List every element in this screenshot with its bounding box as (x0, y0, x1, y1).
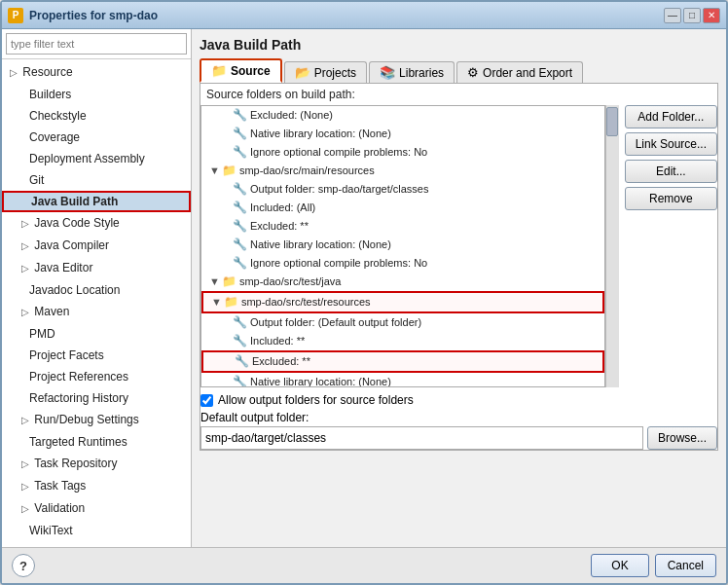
tree-item-text: Output folder: smp-dao/target/classes (250, 181, 428, 198)
sidebar-item-label: Checkstyle (29, 109, 87, 123)
sidebar-item-task-repository[interactable]: ▷ Task Repository (2, 453, 191, 475)
tab-label: Libraries (399, 66, 444, 80)
browse-button[interactable]: Browse... (647, 426, 717, 450)
tree-item[interactable]: 🔧 Output folder: smp-dao/target/classes (201, 180, 604, 199)
scroll-thumb[interactable] (606, 107, 618, 136)
sidebar-item-label: Validation (34, 501, 85, 515)
sidebar-item-java-compiler[interactable]: ▷ Java Compiler (2, 235, 191, 257)
minimize-button[interactable]: — (664, 8, 681, 23)
sidebar: ▷ Resource Builders Checkstyle Coverage … (2, 29, 192, 547)
sidebar-item-label: Maven (34, 305, 69, 318)
tree-item-text: Native library location: (None) (250, 237, 391, 253)
sidebar-item-java-build-path[interactable]: Java Build Path (2, 191, 191, 212)
scrollbar[interactable] (605, 105, 619, 387)
folder-icon: 📁 (224, 294, 238, 311)
sidebar-item-project-references[interactable]: Project References (2, 366, 191, 387)
tab-projects[interactable]: 📂 Projects (284, 61, 367, 83)
dialog-body: ▷ Resource Builders Checkstyle Coverage … (2, 29, 726, 547)
maximize-button[interactable]: □ (683, 8, 701, 23)
sidebar-item-java-code-style[interactable]: ▷ Java Code Style (2, 212, 191, 235)
config-icon: 🔧 (233, 181, 247, 198)
sidebar-item-validation[interactable]: ▷ Validation (2, 497, 191, 520)
arrow-icon: ▷ (21, 481, 29, 492)
default-output-input[interactable] (200, 426, 643, 450)
ok-button[interactable]: OK (591, 554, 648, 577)
sidebar-item-pmd[interactable]: PMD (2, 323, 191, 345)
tree-item[interactable]: 🔧 Excluded: ** (201, 217, 604, 236)
sidebar-item-label: Resource (22, 65, 72, 79)
arrow-icon: ▷ (21, 415, 29, 425)
search-input[interactable] (6, 33, 187, 55)
sidebar-item-label: Task Tags (34, 479, 86, 493)
link-source-button[interactable]: Link Source... (625, 132, 717, 156)
sidebar-list: ▷ Resource Builders Checkstyle Coverage … (2, 59, 191, 547)
sidebar-item-label: PMD (29, 327, 55, 341)
tab-source[interactable]: 📁 Source (200, 58, 282, 83)
add-folder-button[interactable]: Add Folder... (625, 105, 717, 128)
sidebar-item-label: Builders (29, 88, 71, 101)
tab-order-export[interactable]: ⚙ Order and Export (456, 61, 583, 83)
tree-item-highlighted[interactable]: ▼ 📁 smp-dao/src/test/resources (201, 291, 604, 313)
tab-libraries[interactable]: 📚 Libraries (369, 61, 455, 83)
properties-dialog: P Properties for smp-dao — □ ✕ ▷ Resourc… (0, 0, 728, 585)
sidebar-item-java-editor[interactable]: ▷ Java Editor (2, 257, 191, 279)
dialog-title: Properties for smp-dao (29, 9, 664, 22)
tree-item[interactable]: 🔧 Excluded: (None) (201, 106, 604, 125)
sidebar-item-git[interactable]: Git (2, 169, 191, 191)
arrow-icon: ▷ (21, 218, 29, 229)
sidebar-item-builders[interactable]: Builders (2, 84, 191, 105)
help-button[interactable]: ? (12, 554, 35, 577)
arrow-icon: ▷ (21, 503, 29, 514)
sidebar-item-run-debug[interactable]: ▷ Run/Debug Settings (2, 409, 191, 431)
title-buttons: — □ ✕ (664, 8, 720, 23)
close-button[interactable]: ✕ (703, 8, 720, 23)
tree-item[interactable]: ▼ 📁 smp-dao/src/main/resources (201, 162, 604, 180)
sidebar-item-maven[interactable]: ▷ Maven (2, 301, 191, 323)
sidebar-item-refactoring[interactable]: Refactoring History (2, 387, 191, 409)
tree-item[interactable]: 🔧 Native library location: (None) (201, 125, 604, 143)
sidebar-item-checkstyle[interactable]: Checkstyle (2, 105, 191, 127)
edit-button[interactable]: Edit... (625, 160, 717, 183)
sidebar-item-task-tags[interactable]: ▷ Task Tags (2, 475, 191, 497)
tree-item[interactable]: 🔧 Ignore optional compile problems: No (201, 143, 604, 162)
sidebar-item-deployment-assembly[interactable]: Deployment Assembly (2, 148, 191, 169)
tree-item-text: smp-dao/src/main/resources (239, 163, 375, 179)
tree-item-text: Excluded: ** (252, 353, 310, 370)
sidebar-item-javadoc[interactable]: Javadoc Location (2, 279, 191, 301)
bottom-bar: ? OK Cancel (2, 547, 726, 583)
arrow-icon: ▷ (21, 263, 29, 274)
remove-button[interactable]: Remove (625, 187, 717, 210)
tree-item[interactable]: 🔧 Ignore optional compile problems: No (201, 254, 604, 273)
sidebar-item-label: Java Compiler (34, 238, 109, 252)
tree-item[interactable]: 🔧 Native library location: (None) (201, 373, 604, 387)
tree-item[interactable]: 🔧 Included: ** (201, 332, 604, 350)
sidebar-item-label: Javadoc Location (29, 283, 120, 297)
sidebar-item-wikitext[interactable]: WikiText (2, 520, 191, 541)
tree-item-text: Included: (All) (250, 200, 315, 216)
sidebar-item-coverage[interactable]: Coverage (2, 127, 191, 148)
default-output-label: Default output folder: (200, 411, 717, 424)
allow-output-label: Allow output folders for source folders (218, 393, 414, 407)
sidebar-item-label: WikiText (29, 524, 73, 537)
tree-item[interactable]: 🔧 Included: (All) (201, 199, 604, 217)
sidebar-item-project-facets[interactable]: Project Facets (2, 345, 191, 366)
sidebar-item-label: Project References (29, 370, 128, 384)
tree-item[interactable]: 🔧 Output folder: (Default output folder) (201, 313, 604, 332)
expand-icon: ▼ (209, 274, 220, 290)
folder-icon: 📁 (222, 274, 237, 290)
allow-output-checkbox[interactable] (200, 394, 213, 407)
page-title: Java Build Path (200, 37, 718, 53)
library-icon: 📚 (380, 65, 395, 80)
tree-item[interactable]: 🔧 Native library location: (None) (201, 236, 604, 254)
allow-output-row: Allow output folders for source folders (200, 393, 717, 407)
source-tree[interactable]: 🔧 Excluded: (None) 🔧 Native library loca… (200, 105, 605, 387)
sidebar-item-resource[interactable]: ▷ Resource (2, 61, 191, 84)
sidebar-item-targeted-runtimes[interactable]: Targeted Runtimes (2, 431, 191, 453)
ok-cancel-buttons: OK Cancel (591, 554, 716, 577)
cancel-button[interactable]: Cancel (655, 554, 716, 577)
tree-item-highlighted[interactable]: 🔧 Excluded: ** (201, 350, 604, 373)
tree-item[interactable]: ▼ 📁 smp-dao/src/test/java (201, 273, 604, 291)
expand-icon: ▼ (211, 294, 222, 311)
sidebar-item-label: Refactoring History (29, 391, 128, 405)
main-content: Java Build Path 📁 Source 📂 Projects 📚 Li… (192, 29, 726, 547)
